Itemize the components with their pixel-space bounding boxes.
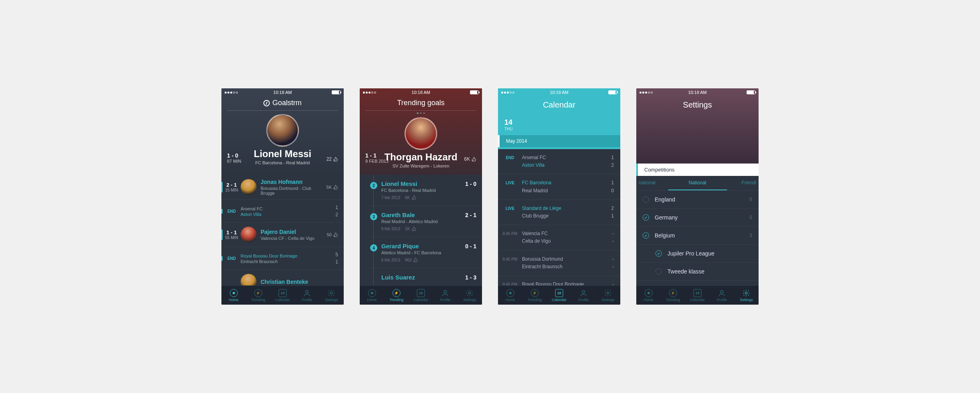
home-icon (368, 289, 376, 297)
feed-item-player[interactable]: Christian Benteke (221, 270, 344, 285)
tab-trending[interactable]: ⚡Trending (384, 286, 408, 305)
battery-icon (608, 90, 617, 94)
trending-item[interactable]: 2 Lionel Messi 1 - 0 FC Barcelona - Real… (370, 175, 482, 206)
match-scores: 5 1 (335, 251, 338, 265)
like-count[interactable]: 5K (405, 195, 416, 200)
battery-icon (470, 90, 479, 94)
setting-count: 5 (749, 215, 752, 220)
tab-national[interactable]: National (668, 176, 727, 190)
setting-label: Jupiler Pro League (667, 250, 752, 257)
trending-list: 2 Lionel Messi 1 - 0 FC Barcelona - Real… (360, 175, 482, 285)
team-away: Eintracht Braunsch (522, 263, 606, 271)
player-name: Lionel Messi (381, 180, 417, 187)
page-indicator (360, 112, 482, 114)
match-status: LIVE (498, 205, 522, 220)
setting-item-jupiler[interactable]: Jupiler Pro League (636, 245, 759, 263)
screen-settings: 10:18 AM Settings Competitions national … (636, 88, 759, 305)
feed-item-player[interactable]: 2 - 1 15 MIN Jonas Hofmann Borussia Dort… (221, 175, 344, 200)
setting-item-tweede[interactable]: Tweede klasse (636, 263, 759, 281)
match-scores: 1 2 (335, 204, 338, 218)
svg-point-1 (331, 292, 333, 294)
calendar-icon: 18 (279, 289, 287, 297)
like-count[interactable]: 1K (405, 226, 416, 231)
player-avatar-icon (241, 227, 257, 243)
tab-home[interactable]: Home (360, 286, 384, 305)
tab-calendar[interactable]: 18Calendar (408, 286, 433, 305)
feed-item-match[interactable]: END Royal Boussu Dour Borinage Eintracht… (221, 247, 344, 270)
svg-point-7 (745, 292, 747, 294)
calendar-match-row[interactable]: LIVE Standard de Liège Club Brugge 2 1 (498, 200, 620, 225)
tab-international[interactable]: national (636, 176, 668, 190)
rank-badge: 3 (370, 213, 377, 220)
team-home: Borussia Dortmund (522, 255, 606, 263)
trending-item[interactable]: Luis Suarez 1 - 3 (370, 268, 482, 285)
hero-score-block: 1 - 0 87 MIN (227, 152, 241, 164)
setting-item-england[interactable]: England 5 (636, 191, 759, 209)
feed-score-block: 1 - 1 55 MIN (221, 229, 241, 240)
tab-profile[interactable]: Profile (710, 286, 734, 305)
team-home: Valencia FC (522, 230, 606, 237)
calendar-match-row[interactable]: LIVE FC Barcelona Real Madrid 1 0 (498, 174, 620, 199)
player-name: Jonas Hofmann (261, 179, 327, 185)
gear-icon (327, 289, 335, 297)
tab-calendar[interactable]: 18Calendar (547, 286, 571, 305)
match-time: 8:45 PM (498, 281, 522, 285)
tab-trending[interactable]: ⚡Trending (522, 286, 547, 305)
match-time: 8:45 PM (498, 230, 522, 245)
team-away: Aston Villa (522, 162, 606, 169)
tab-trending[interactable]: ⚡Trending (661, 286, 685, 305)
like-count[interactable]: 963 (405, 257, 418, 262)
tab-trending[interactable]: ⚡ Trending (246, 286, 270, 305)
feed-item-player[interactable]: 1 - 1 55 MIN Pajero Daniel Valencia CF -… (221, 223, 344, 247)
team-home: Arsenal FC (241, 206, 335, 211)
hero-score: 1 - 0 (227, 152, 241, 159)
trending-item[interactable]: 4 Gerard Pique 0 - 1 Atletico Madrid - F… (370, 237, 482, 268)
tab-settings[interactable]: Settings (596, 286, 620, 305)
setting-item-germany[interactable]: Germany 5 (636, 209, 759, 227)
team-away: Eintracht Braunsch (241, 259, 335, 264)
team-away: Aston Villa (241, 212, 335, 217)
tab-calendar[interactable]: 18 Calendar (270, 286, 295, 305)
tab-home[interactable]: Home (498, 286, 522, 305)
tab-profile[interactable]: Profile (433, 286, 458, 305)
match-scores: - - (606, 255, 614, 271)
svg-point-3 (469, 292, 471, 294)
radio-icon (643, 196, 649, 203)
tab-friendly[interactable]: Friendl (727, 176, 759, 190)
tab-bar: Home ⚡Trending 18Calendar Profile Settin… (636, 285, 759, 305)
hero-card[interactable]: Trending goals Thorgan Hazard SV Zulte W… (360, 88, 482, 175)
tab-settings[interactable]: Settings (734, 286, 759, 305)
match-teams: Atletico Madrid - FC Barcelona (381, 250, 476, 255)
tab-profile[interactable]: Profile (295, 286, 319, 305)
month-label[interactable]: May 2014 (498, 135, 620, 147)
tab-profile[interactable]: Profile (572, 286, 596, 305)
tab-home[interactable]: Home (636, 286, 661, 305)
player-name: Pajero Daniel (261, 229, 327, 235)
like-count[interactable]: 50 (327, 232, 338, 237)
setting-item-belgium[interactable]: Belgium 3 (636, 227, 759, 245)
like-count[interactable]: 6K (464, 156, 476, 162)
selected-day[interactable]: 14 THU (504, 118, 620, 131)
setting-label: Germany (655, 214, 749, 221)
calendar-match-row[interactable]: 8:45 PM Valencia FC Celta de Vigo - - (498, 225, 620, 250)
feed-item-match[interactable]: END Arsenal FC Aston Villa 1 2 (221, 200, 344, 223)
tab-settings[interactable]: Settings (458, 286, 482, 305)
tab-settings[interactable]: Settings (319, 286, 344, 305)
calendar-match-row[interactable]: 8:45 PM Borussia Dortmund Eintracht Brau… (498, 251, 620, 276)
match-teams: Valencia CF - Celta de Vigo (261, 236, 327, 241)
calendar-icon: 18 (417, 289, 425, 297)
hero-card[interactable]: Goalstrm Lionel Messi FC Barcelona - Rea… (221, 88, 344, 175)
calendar-match-row[interactable]: END Arsenal FC Aston Villa 1 2 (498, 149, 620, 174)
trending-item[interactable]: 3 Gareth Bale 2 - 1 Real Madrid - Atleti… (370, 206, 482, 237)
svg-point-2 (444, 290, 447, 293)
page-title: Trending goals (360, 99, 482, 107)
like-count[interactable]: 22 (327, 156, 338, 162)
like-count[interactable]: 5K (327, 185, 338, 190)
tab-calendar[interactable]: 18Calendar (685, 286, 709, 305)
calendar-match-row[interactable]: 8:45 PM Royal Boussu Dour Borinage Cercl… (498, 276, 620, 285)
match-time: 8:45 PM (498, 255, 522, 271)
thumbs-up-icon (412, 195, 416, 200)
tab-bar: Home ⚡Trending 18Calendar Profile Settin… (498, 285, 620, 305)
tab-home[interactable]: Home (221, 286, 246, 305)
settings-header: Settings (636, 88, 759, 164)
